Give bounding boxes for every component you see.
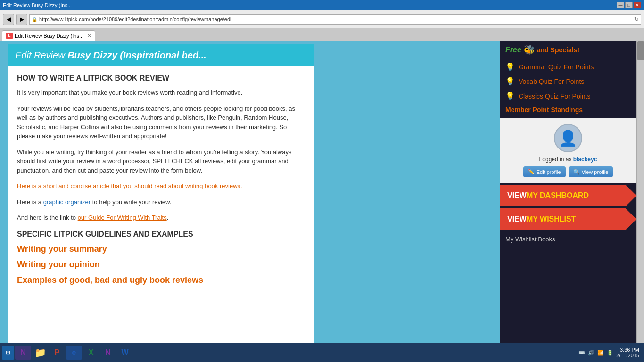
user-icon: 👤 bbox=[559, 129, 578, 147]
start-button[interactable]: ⊞ bbox=[2, 346, 14, 360]
username: blackeyc bbox=[573, 156, 597, 163]
bee-icon: 🐝 bbox=[523, 44, 535, 56]
address-bar[interactable]: 🔒 http://www.litpick.com/node/21089/edit… bbox=[29, 14, 641, 25]
view-profile-label: View profile bbox=[582, 169, 609, 175]
page-title: Edit Review Busy Dizzy (Inspirational be… bbox=[15, 50, 306, 61]
volume-icon[interactable]: 🔊 bbox=[588, 350, 594, 356]
free-text: Free bbox=[505, 46, 521, 54]
url-text: http://www.litpick.com/node/21089/edit?d… bbox=[39, 16, 632, 22]
summary-heading: Writing your summary bbox=[17, 244, 305, 254]
bullet-icon-vocab: 💡 bbox=[505, 77, 515, 86]
profile-section: 👤 Logged in as blackeyc ✏️ Edit profile … bbox=[500, 118, 636, 183]
clock: 3:36 PM 2/11/2015 bbox=[616, 347, 639, 358]
wishlist-books-label: My Wishlist Books bbox=[500, 232, 636, 247]
date: 2/11/2015 bbox=[616, 353, 639, 358]
taskbar: ⊞ N 📁 P e X N W ⌨️ 🔊 📶 🔋 3:36 PM 2/11/20… bbox=[0, 343, 644, 362]
bullet-icon-grammar: 💡 bbox=[505, 62, 515, 71]
window-controls: — □ ✕ bbox=[617, 2, 641, 8]
search-icon: 🔍 bbox=[573, 169, 580, 175]
close-button[interactable]: ✕ bbox=[634, 2, 641, 8]
article-link[interactable]: Here is a short and concise article that… bbox=[17, 182, 242, 189]
specials-text: and Specials! bbox=[537, 46, 579, 54]
tab-label: Edit Review Busy Dizzy (Ins... bbox=[15, 33, 83, 39]
guide-link[interactable]: our Guide For Writing With Traits bbox=[78, 214, 167, 221]
dashboard-button[interactable]: VIEW MY DASHBOARD bbox=[500, 185, 636, 206]
member-standings-link[interactable]: Member Point Standings bbox=[505, 106, 583, 114]
wishlist-view-text: VIEW bbox=[507, 215, 527, 223]
paragraph-orange-link: Here is a short and concise article that… bbox=[17, 181, 305, 191]
page-title-bold: Busy Dizzy (Inspirational bed... bbox=[65, 50, 206, 60]
logged-in-text: Logged in as blackeyc bbox=[539, 156, 597, 163]
how-to-title: HOW TO WRITE A LITPICK BOOK REVIEW bbox=[17, 74, 305, 82]
taskbar-onenote[interactable]: N bbox=[15, 346, 31, 360]
wishlist-button[interactable]: VIEW MY WISHLIST bbox=[500, 208, 636, 230]
system-tray: ⌨️ 🔊 📶 🔋 3:36 PM 2/11/2015 bbox=[576, 347, 642, 358]
classics-quiz-link[interactable]: Classics Quiz For Points bbox=[519, 92, 590, 100]
bullet-icon-classics: 💡 bbox=[505, 91, 515, 100]
edit-profile-button[interactable]: ✏️ Edit profile bbox=[523, 166, 566, 177]
nav-bar: ◀ ▶ 🔒 http://www.litpick.com/node/21089/… bbox=[0, 10, 644, 28]
para5-prefix: And here is the link to bbox=[17, 214, 78, 221]
active-tab[interactable]: L Edit Review Busy Dizzy (Ins... ✕ bbox=[2, 30, 95, 41]
member-standings[interactable]: Member Point Standings bbox=[500, 103, 636, 118]
para4-prefix: Here is a bbox=[17, 198, 43, 206]
view-profile-button[interactable]: 🔍 View profile bbox=[569, 166, 613, 177]
network-icon[interactable]: 📶 bbox=[597, 350, 604, 356]
para4-suffix: to help you write your review. bbox=[91, 198, 171, 206]
sidebar: Free 🐝 and Specials! 💡 Grammar Quiz For … bbox=[500, 41, 636, 362]
paragraph-3: While you are writing, try thinking of y… bbox=[17, 148, 305, 175]
page-wrapper: Edit Review Busy Dizzy (Inspirational be… bbox=[0, 41, 644, 362]
taskbar-powerpoint[interactable]: P bbox=[49, 346, 65, 360]
dashboard-wrapper: VIEW MY DASHBOARD bbox=[500, 185, 636, 206]
scrollbar[interactable] bbox=[636, 41, 644, 362]
vocab-quiz-item[interactable]: 💡 Vocab Quiz For Points bbox=[500, 74, 636, 89]
dashboard-view-text: VIEW bbox=[507, 191, 527, 200]
content-header: Edit Review Busy Dizzy (Inspirational be… bbox=[8, 44, 314, 66]
back-button[interactable]: ◀ bbox=[3, 14, 14, 25]
battery-icon: 🔋 bbox=[607, 350, 613, 356]
taskbar-excel[interactable]: X bbox=[83, 346, 99, 360]
paragraph-4: Here is a graphic organizer to help you … bbox=[17, 197, 305, 207]
window-title: Edit Review Busy Dizzy (Ins... bbox=[3, 2, 72, 8]
wishlist-wrapper: VIEW MY WISHLIST bbox=[500, 208, 636, 230]
profile-buttons: ✏️ Edit profile 🔍 View profile bbox=[523, 166, 613, 177]
taskbar-explorer[interactable]: 📁 bbox=[32, 346, 48, 360]
tab-bar: L Edit Review Busy Dizzy (Ins... ✕ bbox=[0, 28, 644, 41]
page-title-italic: Edit Review bbox=[15, 50, 65, 60]
left-margin bbox=[0, 41, 4, 362]
taskbar-ie[interactable]: e bbox=[66, 346, 82, 360]
para5-suffix: . bbox=[167, 214, 169, 221]
grammar-quiz-item[interactable]: 💡 Grammar Quiz For Points bbox=[500, 59, 636, 74]
scroll-thumb[interactable] bbox=[637, 41, 644, 60]
time: 3:36 PM bbox=[620, 347, 639, 353]
title-bar: Edit Review Busy Dizzy (Ins... — □ ✕ bbox=[0, 0, 644, 10]
tab-close-button[interactable]: ✕ bbox=[87, 33, 91, 38]
edit-profile-label: Edit profile bbox=[537, 169, 561, 175]
main-content: Edit Review Busy Dizzy (Inspirational be… bbox=[4, 41, 500, 362]
paragraph-1: It is very important that you make your … bbox=[17, 88, 305, 98]
vocab-quiz-link[interactable]: Vocab Quiz For Points bbox=[519, 78, 584, 85]
sidebar-top: Free 🐝 and Specials! 💡 Grammar Quiz For … bbox=[500, 41, 636, 118]
refresh-button[interactable]: ↻ bbox=[634, 16, 639, 23]
forward-button[interactable]: ▶ bbox=[16, 14, 27, 25]
maximize-button[interactable]: □ bbox=[625, 2, 633, 8]
grammar-quiz-link[interactable]: Grammar Quiz For Points bbox=[519, 63, 594, 71]
dashboard-my-text: MY DASHBOARD bbox=[527, 191, 589, 200]
minimize-button[interactable]: — bbox=[617, 2, 624, 8]
avatar: 👤 bbox=[554, 124, 582, 152]
classics-quiz-item[interactable]: 💡 Classics Quiz For Points bbox=[500, 89, 636, 103]
paragraph-5: And here is the link to our Guide For Wr… bbox=[17, 213, 305, 222]
keyboard-icon: ⌨️ bbox=[578, 350, 585, 356]
content-box: Edit Review Busy Dizzy (Inspirational be… bbox=[8, 44, 314, 362]
paragraph-2: Your reviews will be read by students,li… bbox=[17, 104, 305, 141]
pencil-icon: ✏️ bbox=[528, 169, 535, 175]
examples-heading: Examples of good, bad and ugly book revi… bbox=[17, 275, 305, 285]
graphic-organizer-link[interactable]: graphic organizer bbox=[43, 198, 91, 206]
opinion-heading: Writing your opinion bbox=[17, 260, 305, 270]
taskbar-onenote2[interactable]: N bbox=[100, 346, 116, 360]
specific-title: SPECIFIC LITPICK GUIDELINES AND EXAMPLES bbox=[17, 230, 305, 239]
taskbar-word[interactable]: W bbox=[117, 346, 133, 360]
free-specials-banner: Free 🐝 and Specials! bbox=[500, 41, 636, 59]
content-body: HOW TO WRITE A LITPICK BOOK REVIEW It is… bbox=[8, 66, 314, 362]
tab-favicon: L bbox=[6, 33, 13, 39]
